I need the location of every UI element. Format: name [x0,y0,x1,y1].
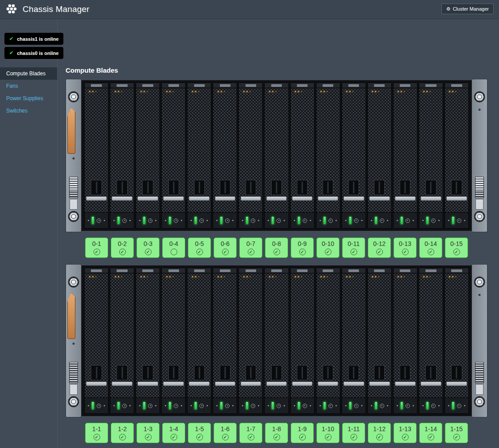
blade-button-0-7[interactable]: 0-7 ✓ [239,238,262,258]
blade-mesh [110,201,134,212]
blade-button-1-1[interactable]: 1-1 ✓ [85,423,108,443]
blade-mesh [394,201,417,212]
blade-top-latch [85,268,108,273]
connector-dot-icon [310,220,311,221]
blade-button-1-12[interactable]: 1-12 ✓ [368,423,391,443]
blade-status-leds [265,273,288,280]
blade-button-1-6[interactable]: 1-6 ✓ [214,423,237,443]
blade-mesh [239,386,262,397]
amber-led-icon [166,276,168,277]
status-ok-icon: ✓ [325,434,331,440]
green-led-icon [220,402,222,409]
blade-slot [238,82,263,229]
blade-slot [136,82,160,229]
blade-status-leds [368,88,391,94]
blade-latch [316,175,340,195]
blade-button-0-14[interactable]: 0-14 ✓ [419,238,442,258]
amber-led-icon [192,276,193,277]
amber-led-icon [401,276,402,277]
blade-button-0-6[interactable]: 0-6 ✓ [214,238,237,258]
blade-button-label: 0-9 [298,240,307,247]
blade-button-label: 1-12 [373,425,386,432]
cluster-manager-label: Cluster Manager [453,6,489,12]
blade-button-1-3[interactable]: 1-3 ✓ [136,423,160,443]
status-ok-icon: ✓ [453,434,460,440]
blade-handle-bar [189,382,210,386]
blade-button-0-13[interactable]: 0-13 ✓ [394,238,417,258]
blade-connector-panel [187,212,211,228]
blade-handle-bar [163,382,184,386]
blade-button-0-9[interactable]: 0-9 ✓ [291,238,314,258]
blade-mesh [445,386,468,397]
amber-led-icon [95,276,97,277]
blade-button-0-11[interactable]: 0-11 ✓ [342,238,365,258]
blade-button-1-15[interactable]: 1-15 ✓ [445,423,468,443]
blade-status-leds [419,273,443,280]
blade-button-0-10[interactable]: 0-10 ✓ [316,238,339,258]
blade-connector-panel [239,397,262,413]
connector-dot-icon [216,220,218,221]
green-led-icon [401,217,403,224]
sidebar-item-power-supplies[interactable]: Power Supplies [0,92,57,105]
connector-dot-icon [242,405,243,406]
blade-button-1-8[interactable]: 1-8 ✓ [265,423,288,443]
blade-button-0-12[interactable]: 0-12 ✓ [368,238,391,258]
blade-latch [110,360,134,380]
amber-led-icon [449,276,450,277]
connector-ring-icon [277,404,281,408]
status-ok-icon: ✓ [196,249,203,255]
blade-button-0-1[interactable]: 0-1 ✓ [85,238,108,258]
blade-status-leds [187,273,211,280]
blade-button-1-14[interactable]: 1-14 ✓ [419,423,442,443]
blade-button-0-5[interactable]: 0-5 ✓ [188,238,211,258]
amber-led-icon [218,91,219,92]
status-ok-icon: ✓ [325,249,331,255]
blade-button-1-10[interactable]: 1-10 ✓ [316,423,339,443]
blade-button-0-4[interactable]: 0-4 [162,238,185,258]
blade-button-0-15[interactable]: 0-15 ✓ [445,238,468,258]
blade-mesh [162,201,185,212]
green-led-icon [349,402,351,409]
blade-button-label: 1-9 [298,425,307,432]
cluster-manager-button[interactable]: ⚙ Cluster Manager [441,4,494,14]
blade-top-latch [136,83,160,88]
amber-led-icon [455,91,456,92]
connector-dot-icon [207,220,208,221]
connector-ring-icon [431,404,436,408]
blade-mesh [445,201,468,212]
blade-button-1-2[interactable]: 1-2 ✓ [111,423,134,443]
connector-dot-icon [361,405,363,406]
blade-button-0-8[interactable]: 0-8 ✓ [265,238,288,258]
blade-button-0-3[interactable]: 0-3 ✓ [136,238,160,258]
connector-dot-icon [422,405,424,406]
blade-button-0-2[interactable]: 0-2 ✓ [111,238,134,258]
blade-top-latch [419,268,443,273]
blade-top-latch [110,268,134,273]
sidebar-item-switches[interactable]: Switches [0,105,57,117]
amber-led-icon [92,91,94,92]
status-ok-icon: ✓ [145,249,152,255]
amber-led-icon [404,91,405,92]
sidebar-item-fans[interactable]: Fans [0,80,57,92]
blade-slot [264,82,288,229]
blade-mesh [213,201,237,212]
blade-button-1-4[interactable]: 1-4 ✓ [162,423,185,443]
amber-led-icon [95,91,97,92]
connector-ring-icon [97,404,101,408]
connector-dot-icon [181,220,182,221]
status-ok-icon: ✓ [428,434,434,440]
blade-button-1-13[interactable]: 1-13 ✓ [394,423,417,443]
amber-led-icon [378,91,379,92]
blade-button-1-9[interactable]: 1-9 ✓ [291,423,314,443]
blade-mesh [136,94,160,175]
blade-button-1-11[interactable]: 1-11 ✓ [342,423,365,443]
sidebar-item-compute-blades[interactable]: Compute Blades [0,67,57,80]
vent-grille [69,177,78,198]
green-led-icon [195,402,197,409]
blade-button-1-7[interactable]: 1-7 ✓ [239,423,262,443]
blade-handle-bar [137,382,158,386]
connector-dot-icon [129,220,131,221]
connector-dot-icon [371,405,372,406]
blade-top-latch [394,83,417,88]
blade-button-1-5[interactable]: 1-5 ✓ [188,423,211,443]
